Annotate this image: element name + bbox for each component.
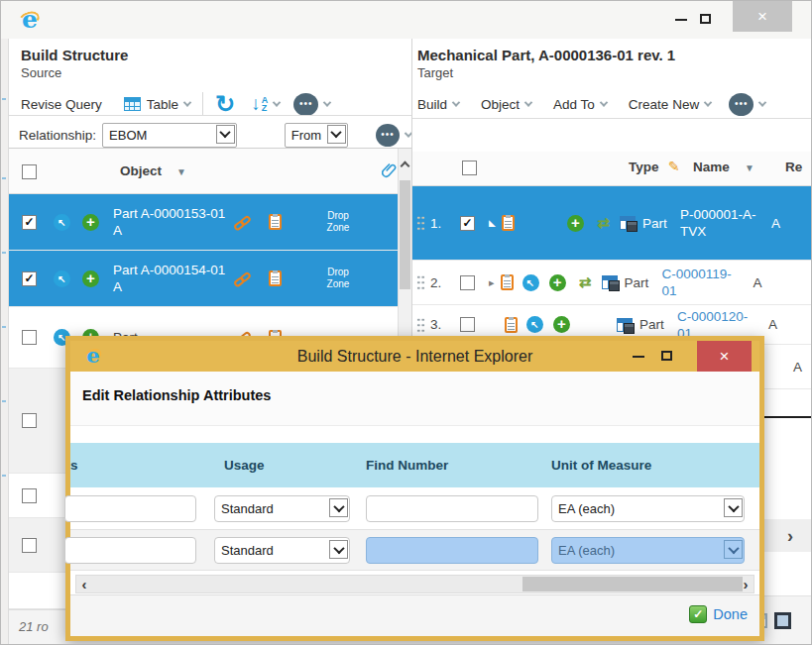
sort-button[interactable]: ↓AZ — [251, 93, 268, 115]
row-checkbox[interactable]: ✓ — [22, 215, 37, 230]
object-menu[interactable]: Object — [481, 97, 520, 112]
close-button[interactable]: × — [733, 1, 792, 32]
row-checkbox[interactable] — [460, 275, 475, 290]
usage-select[interactable]: Standard — [214, 537, 350, 564]
row-checkbox[interactable] — [22, 488, 37, 503]
collapse-icon[interactable]: ◣ — [489, 218, 496, 228]
sync-icon[interactable] — [595, 215, 612, 232]
add-to-menu[interactable]: Add To — [553, 97, 595, 112]
target-select-all-checkbox[interactable] — [462, 161, 477, 175]
row-number: 3. — [430, 317, 450, 332]
object-column-header[interactable]: Object — [120, 163, 162, 178]
clipboard-icon[interactable] — [269, 214, 282, 230]
link-icon[interactable] — [228, 209, 254, 235]
find-number-input[interactable] — [366, 495, 538, 522]
table-view-button[interactable]: Table — [147, 97, 178, 112]
uom-select[interactable]: EA (each) — [551, 537, 745, 564]
object-cell[interactable]: Part A-0000154-01 A — [113, 262, 230, 295]
scrollbar-thumb[interactable] — [522, 577, 743, 591]
source-row-1[interactable]: ✓ Part A-0000153-01 A Drop Zone — [9, 194, 398, 251]
dialog-column-headers: s Usage Find Number Unit of Measure — [70, 443, 759, 487]
target-row-2[interactable]: 2. ▸ Part C-0000119-01 A — [412, 261, 812, 305]
goto-icon[interactable] — [54, 270, 70, 287]
refresh-button[interactable] — [215, 94, 235, 114]
relationship-select[interactable]: EBOM — [102, 123, 237, 148]
minimize-button[interactable] — [671, 11, 691, 29]
filter-more-button[interactable] — [376, 124, 400, 147]
target-more-button[interactable] — [729, 93, 754, 116]
maximize-button[interactable] — [695, 10, 715, 28]
direction-select[interactable]: From — [285, 123, 348, 148]
scrollbar-thumb[interactable] — [400, 180, 410, 289]
goto-icon[interactable] — [526, 316, 543, 333]
maximize-icon — [661, 351, 672, 361]
dialog-horizontal-scrollbar[interactable]: ‹ › — [75, 575, 754, 593]
dialog-close-button[interactable]: × — [697, 341, 752, 372]
revise-query-button[interactable]: Revise Query — [21, 97, 102, 112]
build-menu[interactable]: Build — [417, 97, 447, 112]
clipboard-icon[interactable] — [502, 215, 515, 231]
clipboard-icon[interactable] — [505, 317, 518, 333]
type-cell: Part — [639, 316, 671, 333]
create-new-menu[interactable]: Create New — [629, 97, 699, 112]
drag-handle-icon[interactable] — [416, 274, 425, 290]
scroll-left-icon[interactable]: ‹ — [76, 576, 92, 592]
clipboard-icon[interactable] — [269, 270, 282, 286]
goto-icon[interactable] — [522, 274, 539, 291]
more-actions-button[interactable] — [293, 93, 318, 116]
goto-icon[interactable] — [54, 214, 70, 231]
name-column-header[interactable]: Name — [693, 160, 730, 174]
table-view-icon — [124, 97, 141, 111]
scroll-right-icon[interactable]: › — [787, 526, 793, 547]
dialog-heading: Edit Relationship Attributes — [70, 372, 759, 403]
row-checkbox[interactable] — [460, 317, 475, 332]
rev-column-header[interactable]: Re — [785, 160, 802, 174]
clipped-field[interactable] — [64, 537, 196, 564]
paperclip-icon[interactable] — [382, 162, 397, 179]
row-checkbox[interactable] — [22, 538, 37, 553]
minimize-icon — [633, 356, 644, 358]
type-column-header[interactable]: Type — [629, 160, 659, 174]
find-number-input-highlighted[interactable] — [366, 537, 538, 564]
window-edge-strip — [1, 39, 9, 645]
link-icon[interactable] — [228, 266, 254, 291]
add-icon[interactable] — [82, 214, 99, 231]
add-icon[interactable] — [549, 274, 566, 291]
row-checkbox[interactable] — [22, 330, 37, 345]
dialog-minimize-button[interactable] — [629, 348, 648, 366]
source-panel-subtitle: Source — [21, 65, 128, 80]
add-icon[interactable] — [82, 270, 99, 287]
chevron-down-icon — [183, 98, 191, 106]
drag-handle-icon[interactable] — [416, 215, 425, 231]
clipboard-icon[interactable] — [501, 274, 514, 290]
row-checkbox[interactable]: ✓ — [22, 271, 37, 286]
relationship-select-wrap: EBOM — [102, 123, 237, 148]
row-checkbox[interactable] — [22, 413, 37, 428]
add-icon[interactable] — [553, 316, 570, 333]
dialog-footer: ✓ Done — [70, 594, 759, 636]
source-row-2[interactable]: ✓ Part A-0000154-01 A Drop Zone — [9, 251, 398, 307]
target-panel-title: Mechanical Part, A-0000136-01 rev. 1 — [417, 47, 675, 63]
drop-zone[interactable]: Drop Zone — [321, 210, 355, 234]
grid-view-icon[interactable] — [774, 612, 791, 629]
edit-pencil-icon[interactable]: ✎ — [668, 159, 680, 174]
clipped-field[interactable] — [64, 495, 196, 522]
drop-zone[interactable]: Drop Zone — [321, 267, 355, 290]
row-checkbox[interactable]: ✓ — [460, 216, 475, 231]
expand-icon[interactable]: ▸ — [489, 276, 495, 289]
drag-handle-icon[interactable] — [416, 317, 425, 333]
uom-select[interactable]: EA (each) — [551, 495, 745, 522]
name-cell[interactable]: P-000001-A-TVX — [680, 206, 763, 240]
usage-select[interactable]: Standard — [214, 495, 350, 522]
dialog-maximize-button[interactable] — [656, 347, 676, 365]
scroll-right-icon[interactable]: › — [738, 576, 754, 592]
add-icon[interactable] — [567, 215, 584, 232]
name-cell-link[interactable]: C-0000119-01 — [662, 266, 746, 299]
done-button[interactable]: ✓ Done — [689, 605, 748, 623]
object-cell[interactable]: Part A-0000153-01 A — [113, 205, 230, 239]
done-label: Done — [713, 606, 748, 622]
relationship-label: Relationship: — [19, 128, 96, 143]
target-row-1[interactable]: 1. ✓ ◣ Part P-000001-A-TVX A — [412, 186, 812, 261]
sync-icon[interactable] — [577, 274, 594, 291]
select-all-checkbox[interactable] — [22, 164, 37, 179]
